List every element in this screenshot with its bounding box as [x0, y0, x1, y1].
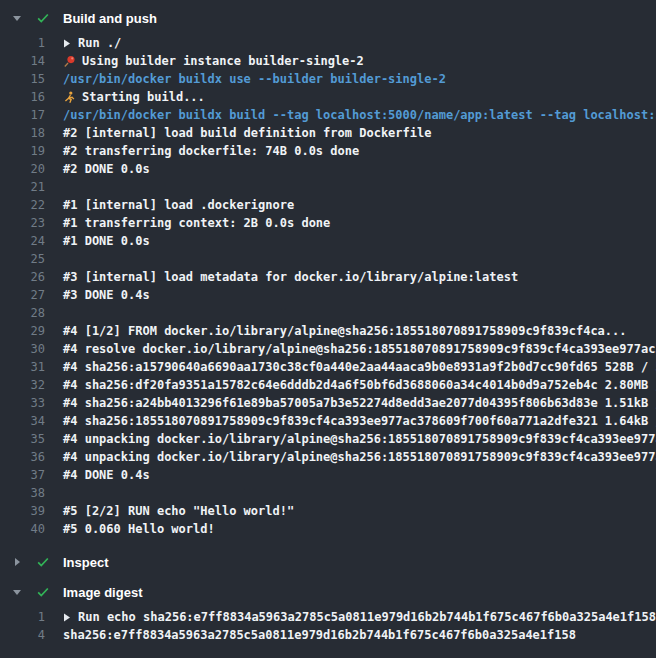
line-number[interactable]: 35	[0, 430, 45, 448]
line-content: Using builder instance builder-single-2	[45, 52, 656, 70]
line-number[interactable]: 21	[0, 178, 45, 196]
line-number[interactable]: 19	[0, 142, 45, 160]
line-content: #2 transferring dockerfile: 74B 0.0s don…	[45, 142, 656, 160]
section-title: Build and push	[63, 11, 157, 26]
line-content: /usr/bin/docker buildx build --tag local…	[45, 106, 656, 124]
log-text: #5 [2/2] RUN echo "Hello world!"	[63, 502, 294, 520]
log-text: #4 unpacking docker.io/library/alpine@sh…	[63, 430, 656, 448]
line-content: #1 [internal] load .dockerignore	[45, 196, 656, 214]
line-content: #4 unpacking docker.io/library/alpine@sh…	[45, 448, 656, 466]
line-number[interactable]: 33	[0, 394, 45, 412]
line-number[interactable]: 28	[0, 304, 45, 322]
line-content: #4 unpacking docker.io/library/alpine@sh…	[45, 430, 656, 448]
line-number[interactable]: 16	[0, 88, 45, 106]
check-icon	[35, 554, 51, 570]
log-line: 4sha256:e7ff8834a5963a2785c5a0811e979d16…	[0, 626, 656, 644]
log-text: #5 0.060 Hello world!	[63, 520, 215, 538]
section-lines-image-digest: 1Run echo sha256:e7ff8834a5963a2785c5a08…	[0, 606, 656, 652]
section-header-image-digest[interactable]: Image digest	[0, 578, 656, 606]
log-line: 14Using builder instance builder-single-…	[0, 52, 656, 70]
line-number[interactable]: 36	[0, 448, 45, 466]
log-section-inspect: Inspect	[0, 548, 656, 576]
log-line: 15/usr/bin/docker buildx use --builder b…	[0, 70, 656, 88]
log-text: #1 [internal] load .dockerignore	[63, 196, 294, 214]
line-number[interactable]: 25	[0, 250, 45, 268]
line-number[interactable]: 26	[0, 268, 45, 286]
line-number[interactable]: 18	[0, 124, 45, 142]
line-number[interactable]: 20	[0, 160, 45, 178]
log-text: #1 transferring context: 2B 0.0s done	[63, 214, 330, 232]
log-line: 16Starting build...	[0, 88, 656, 106]
line-content: #4 sha256:185518070891758909c9f839cf4ca3…	[45, 412, 656, 430]
log-line: 22#1 [internal] load .dockerignore	[0, 196, 656, 214]
log-text: Run echo sha256:e7ff8834a5963a2785c5a081…	[78, 608, 656, 626]
line-content: #5 0.060 Hello world!	[45, 520, 656, 538]
log-line: 27#3 DONE 0.4s	[0, 286, 656, 304]
section-lines-build-and-push: 1Run ./14Using builder instance builder-…	[0, 32, 656, 546]
line-content: #3 DONE 0.4s	[45, 286, 656, 304]
line-content: #1 DONE 0.0s	[45, 232, 656, 250]
line-content: Starting build...	[45, 88, 656, 106]
log-line: 19#2 transferring dockerfile: 74B 0.0s d…	[0, 142, 656, 160]
line-number[interactable]: 29	[0, 322, 45, 340]
log-line: 20#2 DONE 0.0s	[0, 160, 656, 178]
section-header-inspect[interactable]: Inspect	[0, 548, 656, 576]
log-text: #2 DONE 0.0s	[63, 160, 150, 178]
log-text: #4 resolve docker.io/library/alpine@sha2…	[63, 340, 656, 358]
log-text: #4 sha256:a15790640a6690aa1730c38cf0a440…	[63, 358, 656, 376]
check-icon	[35, 10, 51, 26]
line-number[interactable]: 37	[0, 466, 45, 484]
log-line: 1Run ./	[0, 34, 656, 52]
line-number[interactable]: 4	[0, 626, 45, 644]
runner-icon	[63, 91, 76, 104]
line-content: #4 [1/2] FROM docker.io/library/alpine@s…	[45, 322, 656, 340]
log-line: 39#5 [2/2] RUN echo "Hello world!"	[0, 502, 656, 520]
line-number[interactable]: 27	[0, 286, 45, 304]
log-line: 37#4 DONE 0.4s	[0, 466, 656, 484]
line-content: Run ./	[45, 34, 656, 52]
line-content: #4 DONE 0.4s	[45, 466, 656, 484]
line-number[interactable]: 40	[0, 520, 45, 538]
line-number[interactable]: 23	[0, 214, 45, 232]
line-number[interactable]: 30	[0, 340, 45, 358]
log-text: #1 DONE 0.0s	[63, 232, 150, 250]
log-text: #4 unpacking docker.io/library/alpine@sh…	[63, 448, 656, 466]
line-number[interactable]: 24	[0, 232, 45, 250]
line-number[interactable]: 34	[0, 412, 45, 430]
line-number[interactable]: 17	[0, 106, 45, 124]
log-line: 32#4 sha256:df20fa9351a15782c64e6dddb2d4…	[0, 376, 656, 394]
log-text: #4 [1/2] FROM docker.io/library/alpine@s…	[63, 322, 627, 340]
line-number[interactable]: 31	[0, 358, 45, 376]
line-number[interactable]: 22	[0, 196, 45, 214]
log-text: #3 [internal] load metadata for docker.i…	[63, 268, 518, 286]
line-content: #2 DONE 0.0s	[45, 160, 656, 178]
log-line: 35#4 unpacking docker.io/library/alpine@…	[0, 430, 656, 448]
line-number[interactable]: 1	[0, 34, 45, 52]
expand-group-icon[interactable]	[63, 613, 72, 622]
line-number[interactable]: 1	[0, 608, 45, 626]
chevron-down-icon	[11, 12, 23, 24]
section-title: Image digest	[63, 585, 142, 600]
section-title: Inspect	[63, 555, 109, 570]
expand-group-icon[interactable]	[63, 39, 72, 48]
log-line: 18#2 [internal] load build definition fr…	[0, 124, 656, 142]
log-line: 26#3 [internal] load metadata for docker…	[0, 268, 656, 286]
log-text: #3 DONE 0.4s	[63, 286, 150, 304]
line-number[interactable]: 38	[0, 484, 45, 502]
line-content: #3 [internal] load metadata for docker.i…	[45, 268, 656, 286]
command-text: /usr/bin/docker buildx use --builder bui…	[63, 70, 446, 88]
log-line: 23#1 transferring context: 2B 0.0s done	[0, 214, 656, 232]
log-line: 30#4 resolve docker.io/library/alpine@sh…	[0, 340, 656, 358]
line-content: #5 [2/2] RUN echo "Hello world!"	[45, 502, 656, 520]
log-text: Starting build...	[82, 88, 205, 106]
line-number[interactable]: 15	[0, 70, 45, 88]
log-text: #4 sha256:185518070891758909c9f839cf4ca3…	[63, 412, 656, 430]
line-number[interactable]: 39	[0, 502, 45, 520]
line-number[interactable]: 14	[0, 52, 45, 70]
log-line: 24#1 DONE 0.0s	[0, 232, 656, 250]
section-header-build-and-push[interactable]: Build and push	[0, 4, 656, 32]
line-content	[45, 250, 656, 268]
log-text: Run ./	[78, 34, 121, 52]
line-number[interactable]: 32	[0, 376, 45, 394]
line-content	[45, 484, 656, 502]
